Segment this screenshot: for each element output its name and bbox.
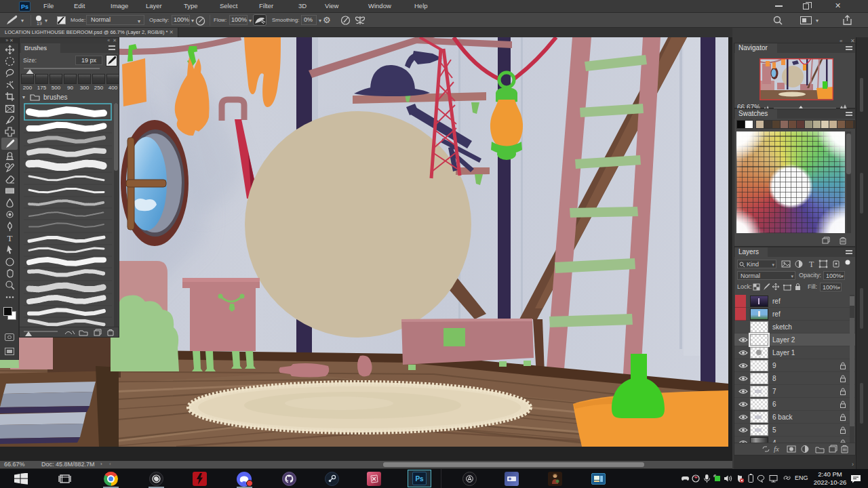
svg-text:fx: fx xyxy=(774,445,779,453)
svg-text:T: T xyxy=(809,260,814,269)
svg-text:T: T xyxy=(7,233,13,243)
